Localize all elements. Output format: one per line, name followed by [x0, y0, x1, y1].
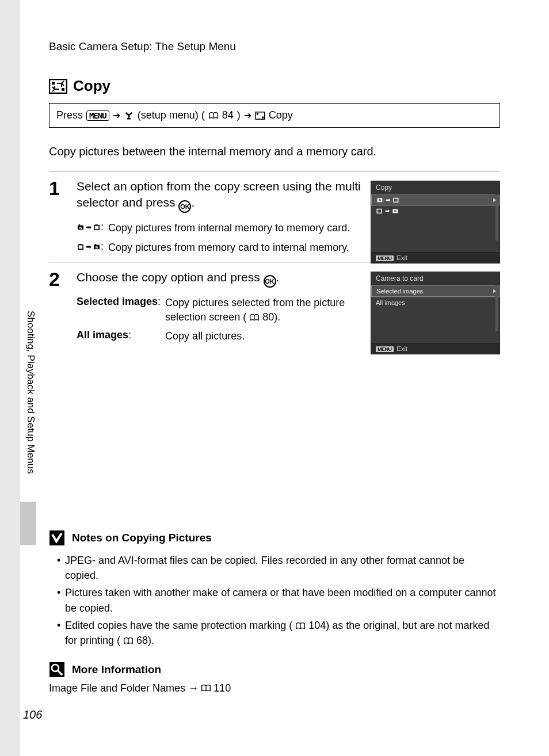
step-2-lead: Choose the copy option and press OK.	[77, 269, 362, 288]
copy-section-icon	[49, 79, 67, 94]
book-icon	[208, 112, 219, 120]
page-header: Basic Camera Setup: The Setup Menu	[49, 40, 500, 53]
book-icon	[295, 622, 306, 630]
side-tab	[20, 502, 36, 545]
selected-images-label: Selected images	[77, 296, 158, 307]
more-info-title: More Information	[72, 663, 161, 676]
step-1-number: 1	[49, 178, 65, 257]
all-images-desc: Copy all pictures.	[165, 327, 362, 346]
note-item-3: Edited copies have the same protection m…	[57, 618, 500, 648]
press-label: Press	[56, 109, 83, 121]
ok-button-icon: OK	[178, 200, 191, 213]
selected-images-desc: Copy pictures selected from the picture …	[165, 293, 362, 327]
lcd-screenshot-copy: Copy IN ➡ ▶ ➡ IN MENU Exit	[371, 181, 500, 264]
lcd-screenshot-camera-to-card: Camera to card Selected images ▶ All ima…	[371, 272, 500, 354]
card-to-internal-icon: ➡ IN	[77, 243, 101, 251]
book-icon	[123, 637, 134, 645]
page-number: 106	[23, 708, 42, 721]
lcd2-row-2: All images	[371, 297, 500, 308]
lcd2-footer: MENU Exit	[371, 343, 500, 354]
book-icon	[201, 684, 211, 692]
lcd-scrollbar	[495, 285, 498, 331]
opt1-desc: Copy pictures from internal memory to me…	[108, 219, 350, 238]
setup-menu-label: (setup menu) (	[138, 109, 205, 121]
setup-page-ref: 84	[222, 109, 234, 121]
all-images-label: All images	[77, 329, 128, 341]
arrow-icon: ➔	[244, 110, 251, 121]
lcd-menu-btn: MENU	[376, 255, 394, 261]
svg-text:IN: IN	[96, 245, 98, 249]
lcd1-row-selected: IN ➡ ▶	[371, 194, 500, 205]
svg-rect-5	[257, 113, 258, 114]
lcd1-title: Copy	[371, 181, 500, 194]
lcd1-row-2: ➡ IN	[371, 205, 500, 216]
step-separator	[49, 171, 500, 171]
book-icon	[249, 314, 260, 322]
lcd-menu-btn: MENU	[376, 346, 394, 352]
close-paren: )	[237, 109, 241, 121]
svg-rect-15	[394, 198, 398, 203]
lcd2-title: Camera to card	[371, 272, 500, 285]
opt2-desc: Copy pictures from memory card to intern…	[108, 238, 350, 257]
note-item-2: Pictures taken with another make of came…	[57, 585, 500, 615]
svg-rect-6	[262, 116, 264, 118]
side-section-label: Shooting, Playback and Setup Menus	[25, 311, 36, 474]
svg-rect-10	[78, 245, 83, 249]
svg-rect-20	[49, 530, 64, 545]
svg-rect-9	[94, 226, 99, 230]
caution-icon	[49, 530, 65, 546]
svg-rect-2	[62, 88, 64, 91]
arrow-icon: ➔	[113, 110, 120, 121]
svg-rect-1	[52, 82, 55, 85]
svg-text:IN: IN	[379, 199, 382, 202]
wrench-icon	[124, 112, 134, 120]
menu-button-icon: MENU	[86, 110, 109, 121]
copy-small-icon	[255, 112, 265, 120]
copy-label: Copy	[269, 109, 293, 121]
svg-rect-16	[377, 209, 382, 213]
breadcrumb-path: Press MENU ➔ (setup menu) ( 84 ) ➔ Copy	[49, 103, 500, 128]
notes-title: Notes on Copying Pictures	[72, 532, 212, 544]
lcd-scrollbar	[495, 194, 498, 240]
lcd2-row-selected: Selected images ▶	[371, 285, 500, 297]
svg-point-26	[60, 673, 63, 675]
svg-text:IN: IN	[394, 210, 397, 213]
note-item-1: JPEG- and AVI-format files can be copied…	[57, 553, 500, 583]
intro-text: Copy pictures between the internal memor…	[49, 145, 500, 158]
more-info-line: Image File and Folder Names → 110	[49, 682, 500, 694]
step-2-number: 2	[49, 269, 65, 346]
page-title: Copy	[73, 77, 110, 95]
svg-text:IN: IN	[79, 226, 82, 230]
internal-to-card-icon: IN ➡	[77, 223, 101, 231]
ok-button-icon: OK	[264, 275, 276, 288]
step-1-lead: Select an option from the copy screen us…	[77, 178, 362, 213]
lcd1-footer: MENU Exit	[371, 252, 500, 263]
more-info-icon	[49, 662, 65, 678]
left-gutter	[0, 0, 20, 756]
